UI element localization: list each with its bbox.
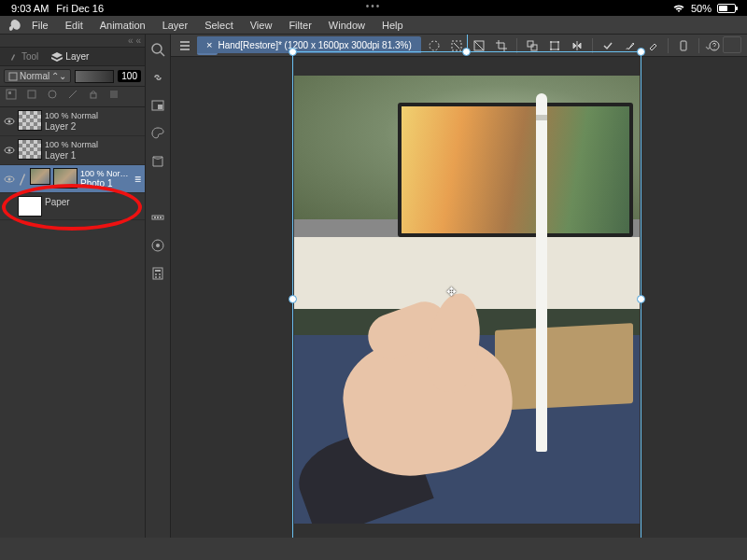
svg-point-42 (550, 41, 552, 43)
resize-handle-tr[interactable] (637, 48, 645, 56)
app-menu-bar: File Edit Animation Layer Select View Fi… (0, 16, 747, 35)
calculator-icon[interactable] (148, 264, 167, 283)
smartphone-icon[interactable] (673, 36, 694, 55)
svg-rect-3 (28, 91, 35, 98)
svg-rect-39 (528, 41, 533, 47)
resize-handle-ml[interactable] (289, 295, 297, 303)
svg-point-29 (159, 273, 161, 275)
link-icon[interactable] (148, 68, 167, 87)
layer-thumbnail (18, 110, 42, 131)
svg-point-12 (8, 120, 11, 123)
clip-mask-icon[interactable] (24, 87, 39, 102)
layer-preview-strip (75, 70, 114, 83)
svg-rect-6 (110, 91, 118, 98)
layer-parent-thumbnail (30, 168, 50, 185)
wifi-icon (672, 4, 685, 13)
multitask-dots-icon[interactable]: ••• (366, 1, 382, 11)
hamburger-icon[interactable] (175, 36, 195, 55)
blend-mode-select[interactable]: Normal ⌃⌄ (4, 69, 71, 83)
status-time: 9:03 AM (11, 3, 49, 14)
visibility-eye-icon[interactable] (4, 174, 15, 185)
visibility-eye-icon[interactable] (4, 202, 15, 213)
menu-window[interactable]: Window (321, 18, 373, 33)
layer-row-layer2[interactable]: 100 % NormalLayer 2 (0, 107, 145, 136)
resize-handle-tl[interactable] (289, 48, 297, 56)
svg-rect-26 (153, 268, 162, 279)
svg-point-25 (156, 244, 160, 247)
lock-alpha-icon[interactable] (4, 87, 19, 102)
menu-edit[interactable]: Edit (58, 18, 91, 33)
svg-point-43 (557, 41, 559, 43)
svg-point-45 (557, 49, 559, 50)
close-tab-icon[interactable]: × (206, 39, 212, 50)
svg-rect-5 (91, 93, 96, 98)
tab-tool[interactable]: Tool (6, 49, 42, 63)
svg-point-16 (8, 177, 11, 180)
svg-rect-0 (9, 73, 17, 80)
layer-thumbnail (18, 196, 42, 217)
status-date: Fri Dec 16 (56, 3, 104, 14)
menu-layer[interactable]: Layer (155, 18, 196, 33)
layers-panel: « « Tool Layer Normal ⌃⌄ 100 (0, 35, 145, 538)
menu-file[interactable]: File (24, 18, 56, 33)
panel-collapse-handle[interactable]: « « (0, 35, 145, 48)
layer-row-paper[interactable]: Paper (0, 193, 145, 220)
sub-view-icon[interactable] (148, 96, 167, 115)
svg-rect-40 (531, 45, 537, 50)
view-toggle-button[interactable] (723, 36, 741, 53)
hsv-icon[interactable] (148, 236, 167, 255)
chevron-updown-icon: ⌃⌄ (51, 71, 66, 81)
side-tool-strip (145, 35, 171, 538)
menu-view[interactable]: View (243, 18, 280, 33)
svg-rect-46 (681, 41, 686, 50)
app-logo-icon[interactable] (7, 18, 22, 33)
canvas-area[interactable]: ︿ × Hand[Restore]* (1200 x 1600px 300dpi… (171, 35, 747, 538)
menu-select[interactable]: Select (197, 18, 241, 33)
svg-rect-41 (551, 42, 558, 49)
draft-layer-icon[interactable] (65, 87, 80, 102)
visibility-eye-icon[interactable] (4, 116, 15, 127)
layer-info: 100 % Normal (45, 111, 98, 121)
quick-access-icon[interactable] (148, 208, 167, 227)
layer-name: Photo 1 (80, 178, 129, 189)
opacity-value[interactable]: 100 (118, 70, 141, 82)
transform-bounding-box[interactable] (292, 51, 641, 538)
menu-filter[interactable]: Filter (281, 18, 318, 33)
menu-help[interactable]: Help (374, 18, 411, 33)
svg-point-30 (155, 276, 157, 278)
svg-rect-21 (154, 217, 156, 218)
ipad-status-bar: 9:03 AM Fri Dec 16 ••• 50% (0, 0, 747, 16)
layer-name: Paper (45, 197, 70, 208)
resize-handle-mr[interactable] (637, 295, 645, 303)
reference-layer-icon[interactable] (45, 87, 60, 102)
svg-rect-27 (155, 270, 161, 272)
svg-point-28 (155, 273, 157, 275)
menu-animation[interactable]: Animation (92, 18, 153, 33)
palette-icon[interactable] (148, 124, 167, 143)
layer-row-photo1[interactable]: 100 % Nor…Photo 1 ≡ (0, 165, 145, 194)
eraser-icon[interactable] (642, 36, 663, 55)
layer-name: Layer 1 (45, 150, 98, 161)
pencil-edit-icon (18, 168, 27, 189)
svg-point-17 (152, 44, 162, 53)
svg-point-44 (550, 49, 552, 50)
layer-menu-icon[interactable]: ≡ (134, 173, 141, 186)
layer-row-layer1[interactable]: 100 % NormalLayer 1 (0, 136, 145, 165)
svg-point-4 (49, 91, 56, 98)
svg-rect-2 (8, 91, 11, 94)
lock-layer-icon[interactable] (86, 87, 101, 102)
layer-info: 100 % Nor… (80, 169, 129, 179)
layer-color-icon[interactable] (106, 87, 121, 102)
material-icon[interactable] (148, 152, 167, 171)
layer-info: 100 % Normal (45, 140, 98, 150)
svg-rect-23 (160, 217, 162, 218)
visibility-eye-icon[interactable] (4, 145, 15, 156)
tabs-collapse-icon[interactable]: ⌄ (703, 38, 713, 52)
layer-thumbnail (18, 139, 42, 160)
svg-point-31 (159, 276, 161, 278)
resize-handle-tm[interactable] (462, 48, 471, 56)
svg-rect-22 (157, 217, 159, 218)
battery-percent: 50% (691, 3, 712, 14)
tab-layer[interactable]: Layer (48, 49, 92, 63)
search-icon[interactable] (148, 40, 167, 59)
